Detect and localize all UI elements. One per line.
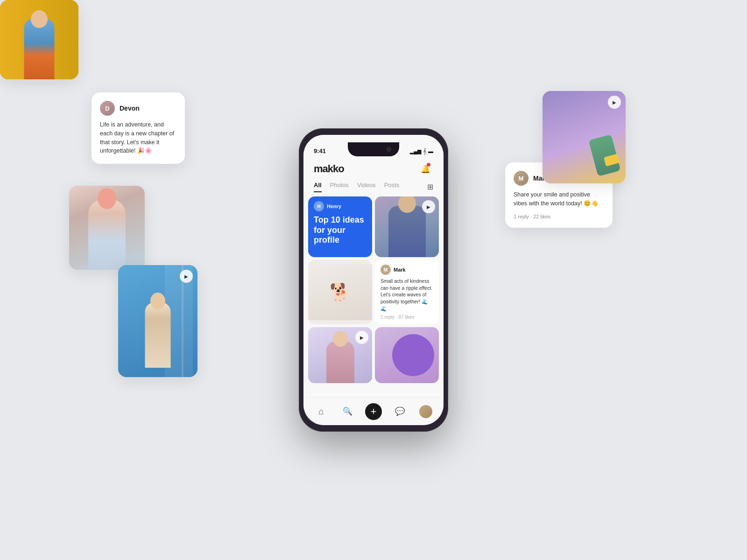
notch-camera: [387, 147, 391, 152]
app-header: makko 🔔: [303, 157, 444, 180]
henry-username: Henry: [327, 203, 341, 209]
mark-avatar: M: [381, 265, 391, 275]
tabs-row: All Photos Videos Posts: [314, 182, 399, 192]
status-icons: ▂▄▆ 𝄞 ▬: [410, 148, 433, 154]
wifi-icon: 𝄞: [423, 148, 426, 154]
henry-card[interactable]: H Henry Top 10 ideas for your profile: [308, 196, 372, 257]
henry-title: Top 10 ideas for your profile: [314, 215, 366, 245]
girl-yellow-card: [0, 0, 78, 79]
phone-body: 9:41 ▂▄▆ 𝄞 ▬ makko 🔔 All Photo: [299, 128, 448, 432]
mark-replies: 1 reply: [381, 315, 395, 320]
bottom-nav: ⌂ 🔍 + 💬: [303, 397, 444, 425]
mariane-meta: 1 reply · 22 likes: [514, 214, 604, 219]
jump-play-badge: ▶: [180, 270, 193, 283]
mariane-replies: 1 reply: [514, 214, 529, 219]
mark-post: M Mark Small acts of kindness can have a…: [375, 260, 439, 324]
nav-add[interactable]: +: [365, 403, 382, 420]
man-photo-card: ▶: [375, 196, 439, 257]
app-tabs: All Photos Videos Posts ⊞: [303, 182, 444, 192]
tab-videos[interactable]: Videos: [357, 182, 376, 192]
search-icon: 🔍: [343, 406, 352, 416]
woman-video-card: ▶: [308, 327, 372, 383]
nav-chat[interactable]: 💬: [391, 403, 408, 420]
devon-card: D Devon Life is an adventure, and each d…: [92, 92, 185, 164]
notification-button[interactable]: 🔔: [417, 161, 433, 177]
phone-screen: 9:41 ▂▄▆ 𝄞 ▬ makko 🔔 All Photo: [303, 135, 444, 425]
tab-photos[interactable]: Photos: [330, 182, 349, 192]
devon-user-row: D Devon: [100, 101, 176, 116]
devon-username: Devon: [120, 105, 140, 112]
nav-profile-avatar: [419, 405, 432, 418]
mark-likes: 87 likes: [398, 315, 414, 320]
phone-mockup: 9:41 ▂▄▆ 𝄞 ▬ makko 🔔 All Photo: [299, 128, 448, 432]
purple-play-badge: ▶: [608, 96, 621, 109]
mariane-text: Share your smile and positive vibes with…: [514, 190, 604, 208]
signal-icon: ▂▄▆: [410, 148, 421, 154]
mark-username: Mark: [394, 267, 406, 273]
filter-icon[interactable]: ⊞: [427, 182, 433, 191]
phone-notch: [348, 142, 399, 156]
home-icon: ⌂: [318, 406, 324, 417]
feed-grid: H Henry Top 10 ideas for your profile ▶: [308, 196, 439, 383]
feed-area: H Henry Top 10 ideas for your profile ▶: [303, 195, 444, 397]
nav-profile[interactable]: [417, 403, 434, 420]
pink-hair-card: [69, 186, 145, 270]
tab-posts[interactable]: Posts: [384, 182, 400, 192]
notch-pill: [356, 144, 384, 154]
henry-user-row: H Henry: [314, 201, 366, 211]
status-time: 9:41: [314, 147, 326, 154]
nav-search[interactable]: 🔍: [339, 403, 356, 420]
mark-text: Small acts of kindness can have a ripple…: [381, 278, 433, 312]
purple-circle-card: [375, 327, 439, 383]
pink-hair-image: [69, 186, 145, 270]
app-logo: makko: [314, 163, 344, 175]
henry-avatar: H: [314, 201, 324, 211]
add-icon: +: [371, 406, 377, 418]
battery-icon: ▬: [428, 148, 433, 154]
mariane-avatar: M: [514, 171, 529, 186]
purple-video-card: ▶: [543, 91, 626, 183]
man-play-badge: ▶: [422, 200, 435, 213]
devon-text: Life is an adventure, and each day is a …: [100, 120, 176, 155]
notification-dot: [427, 163, 430, 167]
jump-card: ▶: [118, 265, 197, 377]
chat-icon: 💬: [395, 406, 405, 416]
nav-home[interactable]: ⌂: [313, 403, 330, 420]
tab-all[interactable]: All: [314, 182, 322, 192]
mark-user-row: M Mark: [381, 265, 433, 275]
mariane-likes: 22 likes: [533, 214, 550, 219]
dog-card: 🐕: [308, 260, 372, 324]
jump-image: ▶: [118, 265, 197, 377]
devon-avatar: D: [100, 101, 115, 116]
mark-meta: 1 reply · 87 likes: [381, 315, 433, 320]
